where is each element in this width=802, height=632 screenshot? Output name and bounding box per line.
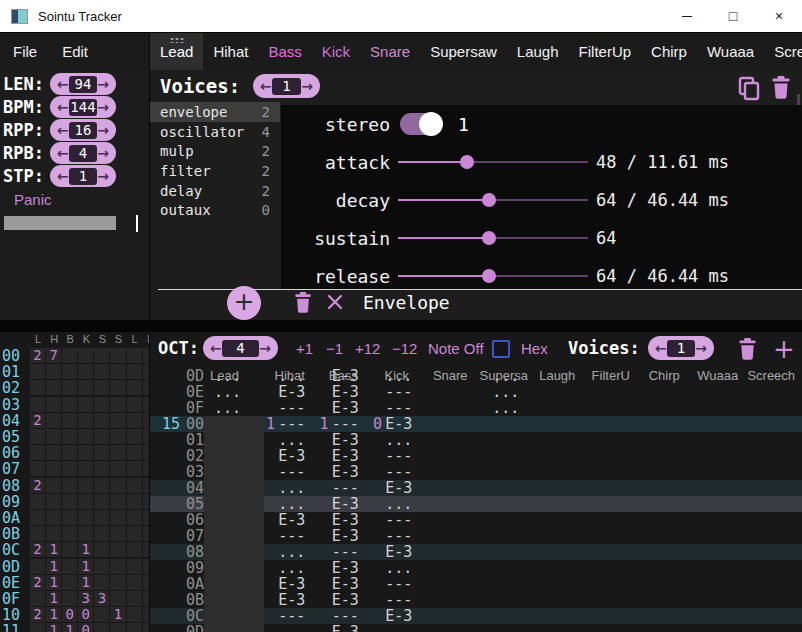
order-cell[interactable] bbox=[127, 494, 142, 509]
order-cell[interactable] bbox=[143, 526, 149, 541]
tab-wuaaa[interactable]: Wuaaa bbox=[697, 33, 764, 70]
right-arrow-icon[interactable]: → bbox=[97, 146, 109, 160]
order-cell[interactable] bbox=[94, 380, 109, 395]
tab-snare[interactable]: Snare bbox=[360, 33, 420, 70]
order-cell[interactable] bbox=[94, 348, 109, 363]
order-cell[interactable] bbox=[30, 364, 45, 379]
order-cell[interactable] bbox=[62, 380, 77, 395]
order-cell[interactable]: 1 bbox=[110, 607, 125, 622]
order-cell[interactable] bbox=[143, 542, 149, 557]
tab-lead[interactable]: Lead bbox=[150, 33, 203, 70]
order-cell[interactable] bbox=[143, 478, 149, 493]
order-cell[interactable] bbox=[94, 364, 109, 379]
release-slider[interactable] bbox=[398, 264, 588, 288]
right-arrow-icon[interactable]: → bbox=[97, 123, 109, 137]
order-cell[interactable] bbox=[62, 575, 77, 590]
order-cell[interactable] bbox=[127, 348, 142, 363]
order-cell[interactable] bbox=[46, 429, 61, 444]
order-cell[interactable] bbox=[62, 364, 77, 379]
order-cell[interactable] bbox=[46, 494, 61, 509]
order-cell[interactable] bbox=[78, 364, 93, 379]
order-cell[interactable] bbox=[143, 623, 149, 632]
note-cell[interactable]: --- bbox=[319, 608, 373, 624]
order-cell[interactable] bbox=[110, 526, 125, 541]
note-cell[interactable]: E-3 bbox=[319, 592, 373, 608]
order-cell[interactable] bbox=[94, 542, 109, 557]
left-arrow-icon[interactable]: ← bbox=[57, 146, 69, 160]
tab-bass[interactable]: Bass bbox=[258, 33, 311, 70]
order-cell[interactable]: 7 bbox=[46, 348, 61, 363]
note-cell[interactable]: --- bbox=[319, 480, 373, 496]
order-cell[interactable] bbox=[46, 380, 61, 395]
order-cell[interactable] bbox=[110, 591, 125, 606]
order-cell[interactable] bbox=[62, 542, 77, 557]
order-cell[interactable] bbox=[62, 510, 77, 525]
menu-edit[interactable]: Edit bbox=[62, 43, 88, 60]
add-track-button[interactable]: + bbox=[773, 336, 795, 362]
order-cell[interactable] bbox=[94, 559, 109, 574]
order-cell[interactable] bbox=[78, 510, 93, 525]
order-cell[interactable] bbox=[62, 348, 77, 363]
order-cell[interactable] bbox=[127, 461, 142, 476]
order-cell[interactable]: 1 bbox=[46, 575, 61, 590]
stereo-toggle[interactable] bbox=[400, 113, 442, 135]
unit-item-mulp[interactable]: mulp2 bbox=[150, 141, 280, 161]
note-cell[interactable]: E-3 bbox=[319, 432, 373, 448]
note-cell[interactable]: 0E-3 bbox=[372, 416, 426, 432]
order-cell[interactable] bbox=[127, 559, 142, 574]
order-cell[interactable] bbox=[110, 542, 125, 557]
order-cell[interactable] bbox=[62, 413, 77, 428]
menu-file[interactable]: File bbox=[13, 43, 37, 60]
order-cell[interactable] bbox=[143, 413, 149, 428]
transpose-up-1-button[interactable]: +1 bbox=[296, 340, 313, 357]
note-cell[interactable]: --- bbox=[372, 464, 426, 480]
order-cell[interactable] bbox=[143, 461, 149, 476]
hex-checkbox[interactable] bbox=[492, 340, 510, 358]
order-cell[interactable]: 1 bbox=[78, 542, 93, 557]
order-cell[interactable] bbox=[30, 623, 45, 632]
order-cell[interactable]: 1 bbox=[46, 591, 61, 606]
track-voices-stepper[interactable]: ←1→ bbox=[648, 336, 714, 360]
order-cell[interactable] bbox=[143, 380, 149, 395]
tab-filterup[interactable]: FilterUp bbox=[569, 33, 642, 70]
note-cell[interactable]: --- bbox=[372, 400, 426, 416]
note-cell[interactable]: E-3 bbox=[265, 448, 319, 464]
add-unit-button[interactable]: + bbox=[227, 286, 261, 320]
instrument-voices-stepper[interactable]: ←1→ bbox=[253, 74, 320, 98]
order-cell[interactable] bbox=[94, 397, 109, 412]
order-cell[interactable]: 0 bbox=[78, 623, 93, 632]
order-cell[interactable] bbox=[94, 526, 109, 541]
order-cell[interactable]: 1 bbox=[78, 575, 93, 590]
order-cell[interactable] bbox=[110, 575, 125, 590]
order-cell[interactable] bbox=[143, 445, 149, 460]
transpose-down-12-button[interactable]: −12 bbox=[392, 340, 417, 357]
note-cell[interactable]: E-3 bbox=[319, 624, 373, 632]
unit-item-delay[interactable]: delay2 bbox=[150, 181, 280, 201]
order-cell[interactable] bbox=[62, 478, 77, 493]
disable-unit-button[interactable] bbox=[326, 293, 344, 315]
order-cell[interactable] bbox=[110, 559, 125, 574]
note-cell[interactable]: ... bbox=[265, 544, 319, 560]
rpp-stepper[interactable]: ←16→ bbox=[50, 119, 116, 141]
note-cell[interactable]: ... bbox=[372, 560, 426, 576]
order-cell[interactable] bbox=[78, 397, 93, 412]
note-cell[interactable]: --- bbox=[372, 592, 426, 608]
order-cell[interactable] bbox=[94, 607, 109, 622]
order-cell[interactable] bbox=[127, 380, 142, 395]
note-cell[interactable]: E-3 bbox=[319, 560, 373, 576]
order-cell[interactable] bbox=[127, 429, 142, 444]
order-cell[interactable] bbox=[62, 559, 77, 574]
order-cell[interactable] bbox=[143, 510, 149, 525]
order-cell[interactable] bbox=[110, 478, 125, 493]
unit-item-envelope[interactable]: envelope2 bbox=[150, 102, 280, 122]
note-cell[interactable]: --- bbox=[372, 528, 426, 544]
order-cell[interactable]: 1 bbox=[46, 607, 61, 622]
order-cell[interactable] bbox=[78, 380, 93, 395]
order-cell[interactable]: 2 bbox=[30, 478, 45, 493]
order-cell[interactable] bbox=[62, 461, 77, 476]
sustain-slider[interactable] bbox=[398, 226, 588, 250]
order-cell[interactable] bbox=[46, 510, 61, 525]
order-cell[interactable] bbox=[78, 429, 93, 444]
order-cell[interactable] bbox=[78, 478, 93, 493]
unit-item-filter[interactable]: filter2 bbox=[150, 161, 280, 181]
